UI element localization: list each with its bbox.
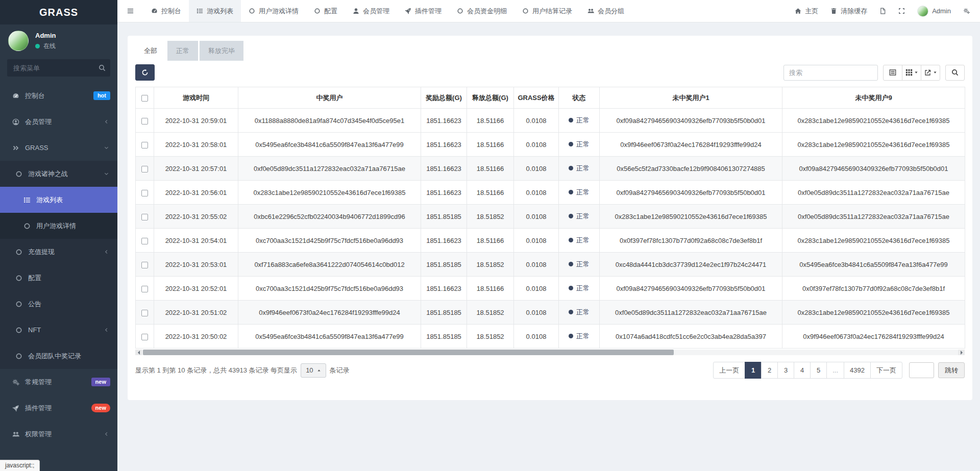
sidebar-search: [7, 59, 110, 77]
cell-nonwinner-9: 0x5495ea6fce3b4841c6a5509f847ea13f6a477e…: [782, 253, 965, 277]
cell-reward-total: 1851.85185: [421, 325, 467, 349]
horizontal-scrollbar[interactable]: [135, 350, 965, 355]
grid-icon: [905, 69, 913, 76]
export-button[interactable]: [921, 65, 940, 81]
sidebar-item-general-management[interactable]: 常规管理new: [0, 369, 117, 395]
nav-item-home[interactable]: 主页: [789, 0, 824, 22]
nav-item-user-settlement-record[interactable]: 用户结算记录: [514, 0, 580, 22]
chevron-left-icon: [104, 119, 109, 125]
sidebar-item-config[interactable]: 配置: [0, 265, 117, 291]
sidebar-item-recharge-withdraw[interactable]: 充值提现: [0, 239, 117, 265]
user-icon: [353, 8, 359, 14]
page-next-button[interactable]: 下一页: [870, 362, 902, 379]
nav-item-settings[interactable]: [957, 0, 976, 22]
page-jump-button[interactable]: 跳转: [938, 362, 965, 378]
nav-item-label: 用户游戏详情: [259, 7, 299, 16]
sidebar-item-game-gods-war[interactable]: 游戏诸神之战: [0, 161, 117, 187]
page-5-button[interactable]: 5: [810, 362, 827, 379]
sidebar-item-game-list[interactable]: 游戏列表: [0, 187, 117, 213]
row-checkbox[interactable]: [141, 334, 148, 340]
sidebar-search-input[interactable]: [7, 59, 110, 77]
row-checkbox[interactable]: [141, 286, 148, 292]
nav-item-game-list[interactable]: 游戏列表: [189, 0, 241, 22]
nav-item-member-fund-detail[interactable]: 会员资金明细: [449, 0, 514, 22]
sidebar-item-plugin-management[interactable]: 插件管理new: [0, 395, 117, 421]
page-jump-input[interactable]: [909, 362, 934, 378]
cogs-icon: [12, 379, 19, 386]
status-dot-icon: [569, 286, 573, 290]
cell-grass-price: 0.0108: [514, 109, 559, 133]
tab-normal[interactable]: 正常: [167, 41, 198, 61]
nav-item-member-management[interactable]: 会员管理: [345, 0, 397, 22]
row-checkbox[interactable]: [141, 262, 148, 268]
nav-item-label: 主页: [805, 7, 818, 16]
page-2-button[interactable]: 2: [761, 362, 778, 379]
cell-nonwinner-9: 0xf09a842794656903409326efb77093b5f50b0d…: [782, 157, 965, 181]
cell-status: 正常: [559, 205, 600, 229]
sidebar-item-label: 会员管理: [25, 117, 52, 127]
column-header-status: 状态: [559, 87, 600, 109]
tab-released[interactable]: 释放完毕: [200, 41, 243, 61]
sidebar-item-team-prize-record[interactable]: 会员团队中奖记录: [0, 343, 117, 369]
sidebar-item-nft[interactable]: NFT: [0, 317, 117, 343]
table-container: 游戏时间中奖用户奖励总额(G)释放总额(G)GRASS价格状态未中奖用户1未中奖…: [135, 87, 965, 355]
cell-grass-price: 0.0108: [514, 229, 559, 253]
scroll-left-arrow[interactable]: [135, 350, 142, 355]
nav-item-user[interactable]: Admin: [911, 0, 957, 22]
cell-nonwinner-1: 0xc48da4441cb3dc37739d124e2ec1f97b24c244…: [600, 253, 782, 277]
row-checkbox[interactable]: [141, 142, 148, 148]
cell-nonwinner-9: 0xf0e05d89dc3511a1272832eac032a71aa76715…: [782, 181, 965, 205]
doc-icon: [879, 8, 886, 14]
row-checkbox[interactable]: [141, 118, 148, 125]
row-checkbox[interactable]: [141, 166, 148, 172]
row-checkbox[interactable]: [141, 190, 148, 196]
tab-all[interactable]: 全部: [135, 41, 166, 61]
toolbar-button-group: [883, 65, 940, 81]
sidebar-item-dashboard[interactable]: 控制台hot: [0, 83, 117, 109]
cell-status: 正常: [559, 157, 600, 181]
page-size-select[interactable]: 10: [301, 363, 326, 378]
page-3-button[interactable]: 3: [777, 362, 794, 379]
row-checkbox[interactable]: [141, 238, 148, 244]
sidebar-item-label: 插件管理: [25, 404, 52, 413]
table-row: 2022-10-31 20:57:010xf0e05d89dc3511a1272…: [136, 157, 965, 181]
select-all-checkbox[interactable]: [141, 95, 148, 102]
sidebar-item-user-game-detail[interactable]: 用户游戏详情: [0, 213, 117, 239]
sidebar-toggle-button[interactable]: [117, 0, 143, 22]
cell-nonwinner-9: 0x283c1abe12e98590210552e43616d7ece1f693…: [782, 229, 965, 253]
nav-item-member-group[interactable]: 会员分组: [580, 0, 632, 22]
row-checkbox[interactable]: [141, 310, 148, 316]
page-1-button[interactable]: 1: [745, 362, 762, 379]
nav-item-document[interactable]: [873, 0, 892, 22]
scroll-right-arrow[interactable]: [958, 350, 965, 355]
detail-view-button[interactable]: [883, 65, 902, 81]
search-button[interactable]: [945, 65, 965, 81]
cell-winner: 0x5495ea6fce3b4841c6a5509f847ea13f6a477e…: [238, 325, 421, 349]
row-checkbox[interactable]: [141, 214, 148, 220]
nav-item-user-game-detail[interactable]: 用户游戏详情: [241, 0, 306, 22]
sidebar-item-announcement[interactable]: 公告: [0, 291, 117, 317]
export-icon: [924, 69, 932, 76]
nav-item-dashboard[interactable]: 控制台: [143, 0, 189, 22]
row-checkbox-cell: [136, 325, 154, 349]
nav-item-clear-cache[interactable]: 清除缓存: [824, 0, 873, 22]
nav-item-fullscreen[interactable]: [892, 0, 911, 22]
scrollbar-thumb[interactable]: [143, 350, 674, 355]
page-4392-button[interactable]: 4392: [844, 362, 871, 379]
page-4-button[interactable]: 4: [794, 362, 811, 379]
pagination-info: 显示第 1 到第 10 条记录，总共 43913 条记录 每页显示 10 条记录: [135, 363, 350, 378]
sidebar-item-label: 游戏诸神之战: [28, 169, 68, 179]
cell-nonwinner-1: 0x1074a6ad418cdfc51cc6e2c0c3ab4ea28da5a3…: [600, 325, 782, 349]
refresh-button[interactable]: [135, 64, 155, 81]
status-badge: 正常: [576, 260, 590, 268]
toggle-columns-button[interactable]: [902, 65, 921, 81]
nav-item-config[interactable]: 配置: [306, 0, 345, 22]
sidebar-item-member-management[interactable]: 会员管理: [0, 109, 117, 135]
sidebar-item-grass[interactable]: GRASS: [0, 135, 117, 161]
table-search-input[interactable]: [783, 65, 878, 81]
page-prev-button[interactable]: 上一页: [713, 362, 745, 379]
nav-item-plugin-management[interactable]: 插件管理: [397, 0, 449, 22]
sidebar-item-permission-management[interactable]: 权限管理: [0, 421, 117, 447]
column-header-grass-price: GRASS价格: [514, 87, 559, 109]
cell-nonwinner-1: 0x0f397ef78fc1307b77d0f92a68c08c7de3ef8b…: [600, 229, 782, 253]
